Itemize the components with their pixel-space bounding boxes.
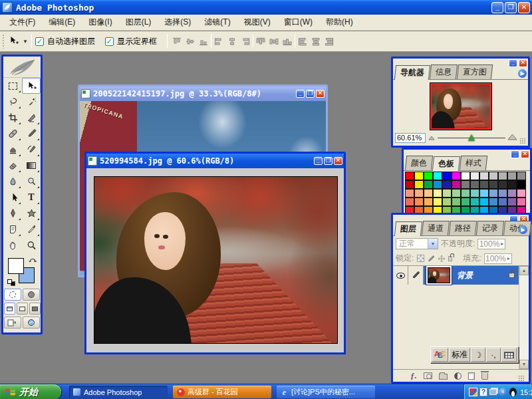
color-swatch[interactable] bbox=[470, 180, 479, 189]
layer-visibility-toggle[interactable] bbox=[393, 266, 408, 285]
align-top-edges-button[interactable] bbox=[171, 36, 183, 47]
lock-image-icon[interactable] bbox=[427, 255, 435, 263]
color-swatch[interactable] bbox=[470, 172, 479, 180]
eyedropper-tool[interactable] bbox=[22, 221, 41, 237]
opacity-input[interactable]: 100%▸ bbox=[477, 239, 505, 249]
color-swatch[interactable] bbox=[424, 198, 433, 206]
align-left-edges-button[interactable] bbox=[213, 36, 225, 47]
brush-tool[interactable] bbox=[22, 126, 41, 142]
document-1-titlebar[interactable]: 200522142415197.jpg @ 33.3%(RGB/8#) _ ❐ … bbox=[80, 86, 326, 101]
distribute-horizontal-centers-button[interactable] bbox=[310, 36, 322, 47]
blur-tool[interactable] bbox=[3, 174, 22, 190]
navigator-tab-1[interactable]: 信息 bbox=[430, 65, 458, 79]
doc2-minimize-button[interactable]: _ bbox=[314, 157, 323, 165]
type-tool[interactable]: T bbox=[22, 190, 41, 205]
language-bar-tray-icon[interactable]: ‹ bbox=[499, 388, 507, 396]
combo-arrow-icon[interactable]: ▼ bbox=[428, 239, 438, 249]
color-swatch[interactable] bbox=[433, 198, 442, 206]
swap-colors-icon[interactable] bbox=[29, 256, 37, 266]
layers-tab-2[interactable]: 路径 bbox=[449, 221, 477, 235]
blend-mode-select[interactable]: 正常▼ bbox=[396, 238, 438, 249]
magic-wand-tool[interactable] bbox=[22, 94, 41, 110]
color-swatch[interactable] bbox=[517, 172, 526, 180]
ime-tray-icon[interactable] bbox=[469, 388, 477, 396]
zoom-tool[interactable] bbox=[22, 237, 41, 253]
path-selection-tool[interactable] bbox=[3, 190, 22, 205]
ime-punctuation-button[interactable]: ·, bbox=[486, 348, 501, 362]
tool-preset-caret-icon[interactable]: ▼ bbox=[23, 39, 28, 45]
menu-item-7[interactable]: 窗口(W) bbox=[277, 15, 319, 30]
color-swatch[interactable] bbox=[442, 189, 452, 198]
color-swatch[interactable] bbox=[498, 172, 507, 180]
distribute-bottom-edges-button[interactable] bbox=[281, 36, 293, 47]
lasso-tool[interactable] bbox=[3, 94, 22, 110]
navigator-close-button[interactable]: ✕ bbox=[519, 59, 527, 67]
zoom-in-icon[interactable] bbox=[507, 133, 517, 143]
document-2-titlebar[interactable]: 520994584.jpg @ 60.6%(RGB/8) _ ❐ ✕ bbox=[86, 154, 344, 168]
color-swatch[interactable] bbox=[433, 180, 442, 189]
menu-item-8[interactable]: 帮助(H) bbox=[319, 15, 360, 30]
app-maximize-button[interactable]: ❐ bbox=[505, 2, 517, 13]
quick-mask-mode-button[interactable] bbox=[23, 289, 40, 301]
taskbar-task-0[interactable]: Adobe Photoshop bbox=[69, 386, 168, 398]
layers-panel-menu-button[interactable]: ▶ bbox=[519, 225, 527, 234]
color-swatch[interactable] bbox=[452, 172, 461, 180]
layers-tab-1[interactable]: 通道 bbox=[422, 221, 450, 235]
navigator-zoom-slider[interactable] bbox=[438, 134, 505, 142]
slice-tool[interactable] bbox=[22, 110, 41, 126]
color-swatch[interactable] bbox=[405, 172, 414, 180]
jump-to-imageready-button[interactable] bbox=[4, 317, 21, 329]
menu-item-3[interactable]: 图层(L) bbox=[119, 15, 158, 30]
healing-brush-tool[interactable] bbox=[3, 126, 22, 142]
history-brush-tool[interactable] bbox=[22, 142, 41, 158]
app-close-button[interactable]: ✕ bbox=[518, 2, 530, 13]
fill-input[interactable]: 100%▸ bbox=[484, 253, 512, 264]
color-swatch[interactable] bbox=[479, 198, 489, 206]
color-swatch[interactable] bbox=[461, 198, 470, 206]
align-right-edges-button[interactable] bbox=[239, 36, 251, 47]
navigator-tab-0[interactable]: 导航器 bbox=[394, 65, 430, 80]
auto-select-layer-checkbox[interactable]: ✓ bbox=[35, 37, 44, 46]
color-swatch[interactable] bbox=[489, 180, 498, 189]
layer-name[interactable]: 背景 bbox=[457, 270, 509, 281]
navigator-zoom-input[interactable]: 60.61% bbox=[395, 133, 426, 143]
zoom-out-icon[interactable] bbox=[428, 134, 436, 143]
fullscreen-with-menu-button[interactable] bbox=[17, 303, 28, 315]
distribute-vertical-centers-button[interactable] bbox=[268, 36, 280, 47]
color-swatch[interactable] bbox=[452, 189, 461, 198]
swatches-close-button[interactable]: ✕ bbox=[521, 150, 529, 158]
layers-resize-grip[interactable] bbox=[518, 375, 525, 382]
doc2-maximize-button[interactable]: ❐ bbox=[324, 157, 332, 165]
color-swatch[interactable] bbox=[498, 189, 507, 198]
color-swatch[interactable] bbox=[517, 198, 526, 206]
color-swatch[interactable] bbox=[461, 172, 470, 180]
add-layer-style-button[interactable]: ƒ. bbox=[410, 372, 417, 379]
distribute-right-edges-button[interactable] bbox=[323, 36, 335, 47]
color-swatch[interactable] bbox=[479, 180, 489, 189]
menu-item-5[interactable]: 滤镜(T) bbox=[198, 15, 237, 30]
layer-row-background[interactable]: 背景 bbox=[393, 266, 519, 285]
help-tray-icon[interactable]: ? bbox=[479, 388, 487, 396]
standard-screen-mode-button[interactable] bbox=[4, 303, 15, 315]
add-layer-mask-button[interactable] bbox=[424, 372, 432, 379]
taskbar-task-1[interactable]: 高级群 - 百花园 bbox=[173, 386, 271, 398]
color-swatch[interactable] bbox=[452, 198, 461, 206]
color-swatch[interactable] bbox=[442, 198, 452, 206]
navigator-proxy-preview[interactable] bbox=[430, 82, 492, 130]
network-tray-icon[interactable] bbox=[489, 389, 497, 395]
eraser-tool[interactable] bbox=[3, 158, 22, 174]
taskbar-task-2[interactable]: e[讨论]PS中的秘密... bbox=[277, 386, 375, 398]
imageready-icon-button[interactable] bbox=[23, 317, 40, 329]
navigator-panel-menu-button[interactable]: ▶ bbox=[518, 69, 527, 78]
scroll-up-button[interactable]: ▲ bbox=[519, 266, 529, 275]
lock-transparency-icon[interactable] bbox=[416, 255, 424, 263]
color-swatch[interactable] bbox=[470, 198, 479, 206]
align-bottom-edges-button[interactable] bbox=[198, 36, 209, 47]
color-swatch[interactable] bbox=[461, 180, 470, 189]
menu-item-1[interactable]: 编辑(E) bbox=[42, 15, 82, 30]
rectangular-marquee-tool[interactable] bbox=[3, 78, 22, 94]
color-swatch[interactable] bbox=[433, 189, 442, 198]
doc1-close-button[interactable]: ✕ bbox=[316, 90, 325, 98]
default-colors-icon[interactable] bbox=[7, 279, 15, 286]
color-swatch[interactable] bbox=[405, 180, 414, 189]
